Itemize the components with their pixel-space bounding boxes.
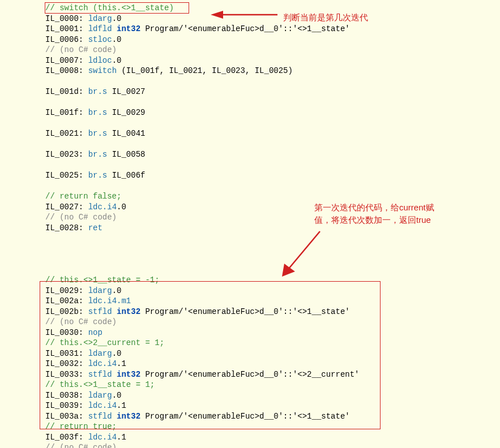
code-il-line: IL_001f: br.s IL_0029 bbox=[45, 107, 360, 118]
code-comment-green: // return false; bbox=[45, 191, 360, 202]
annotation-first-iteration: 第一次迭代的代码，给current赋 值，将迭代次数加一，返回true bbox=[314, 201, 434, 226]
code-blank-line bbox=[45, 160, 360, 171]
code-il-line: IL_0033: stfld int32 Program/'<enumerabl… bbox=[45, 369, 360, 380]
code-il-line: IL_0025: br.s IL_006f bbox=[45, 170, 360, 181]
code-comment-green: // this.<>1__state = 1; bbox=[45, 380, 360, 390]
code-il-line: IL_0032: ldc.i4.1 bbox=[45, 359, 360, 369]
code-blank-line bbox=[45, 181, 360, 192]
annotation-line-1: 第一次迭代的代码，给current赋 bbox=[314, 203, 434, 212]
code-il-line: IL_0031: ldarg.0 bbox=[45, 348, 360, 359]
annotation-iteration-check: 判断当前是第几次迭代 bbox=[283, 12, 368, 23]
arrow-icon-1 bbox=[211, 9, 279, 20]
arrow-icon-2 bbox=[280, 229, 323, 279]
code-comment-green: // switch (this.<>1__state) bbox=[45, 3, 360, 14]
code-blank-line bbox=[45, 76, 360, 87]
code-il-line: IL_0038: ldarg.0 bbox=[45, 390, 360, 401]
code-comment-green: // return true; bbox=[45, 421, 360, 432]
code-block: // switch (this.<>1__state)IL_0000: ldar… bbox=[45, 3, 360, 448]
svg-marker-1 bbox=[211, 11, 223, 19]
code-blank-line bbox=[45, 118, 360, 129]
code-il-line: IL_0007: ldloc.0 bbox=[45, 55, 360, 66]
code-il-line: IL_0006: stloc.0 bbox=[45, 35, 360, 45]
code-comment-gray: // (no C# code) bbox=[45, 442, 360, 448]
svg-line-2 bbox=[288, 231, 320, 269]
code-comment-gray: // (no C# code) bbox=[45, 45, 360, 55]
code-il-line: IL_0001: ldfld int32 Program/'<enumerabl… bbox=[45, 24, 360, 35]
code-comment-gray: // (no C# code) bbox=[45, 317, 360, 328]
code-il-line: IL_0027: ldc.i4.0 bbox=[45, 202, 360, 213]
code-il-line: IL_0039: ldc.i4.1 bbox=[45, 400, 360, 411]
code-il-line: IL_003a: stfld int32 Program/'<enumerabl… bbox=[45, 411, 360, 422]
code-comment-gray: // (no C# code) bbox=[45, 212, 360, 223]
code-blank-line bbox=[45, 97, 360, 108]
code-il-line: IL_002a: ldc.i4.m1 bbox=[45, 296, 360, 307]
code-il-line: IL_0021: br.s IL_0041 bbox=[45, 128, 360, 139]
code-il-line: IL_0023: br.s IL_0058 bbox=[45, 149, 360, 160]
code-il-line: IL_0029: ldarg.0 bbox=[45, 286, 360, 296]
code-comment-green: // this.<>2__current = 1; bbox=[45, 338, 360, 348]
code-il-line: IL_001d: br.s IL_0027 bbox=[45, 87, 360, 97]
code-blank-line bbox=[45, 139, 360, 150]
annotation-line-2: 值，将迭代次数加一，返回true bbox=[314, 215, 431, 225]
code-il-line: IL_002b: stfld int32 Program/'<enumerabl… bbox=[45, 307, 360, 317]
svg-marker-3 bbox=[282, 264, 295, 277]
code-il-line: IL_0008: switch (IL_001f, IL_0021, IL_00… bbox=[45, 66, 360, 76]
code-il-line: IL_0030: nop bbox=[45, 328, 360, 338]
code-il-line: IL_003f: ldc.i4.1 bbox=[45, 432, 360, 443]
